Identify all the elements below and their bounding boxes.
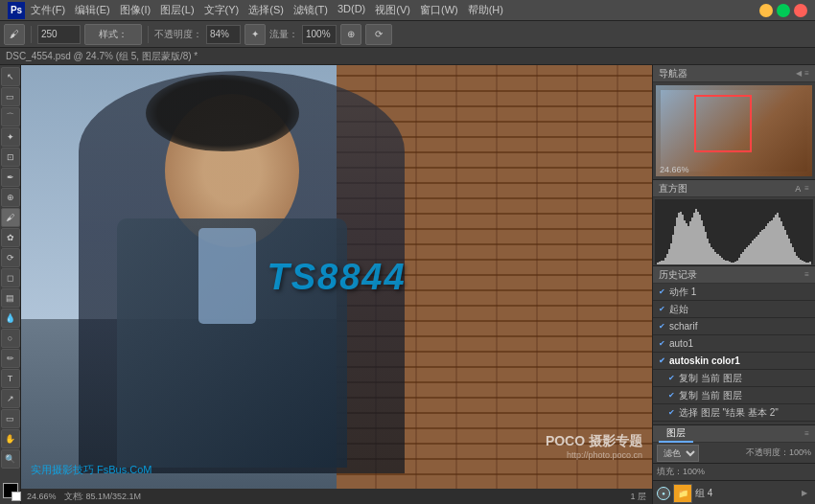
history-item[interactable]: ✔autoskin color1 bbox=[653, 353, 815, 370]
brush-tool[interactable]: 🖌 bbox=[4, 24, 25, 45]
blend-mode-select[interactable]: 滤色正常叠加 bbox=[657, 445, 699, 462]
magic-wand-tool[interactable]: ✦ bbox=[1, 127, 20, 147]
history-list: ✔动作 1✔起始✔scharif✔auto1✔autoskin color1✔复… bbox=[653, 284, 815, 424]
history-item[interactable]: ✔scharif bbox=[653, 318, 815, 335]
app-logo: Ps bbox=[8, 2, 25, 19]
layers-panel: 图层 ≡ 滤色正常叠加 不透明度：100% 填充：100% ● 📁 组 4 ▶ … bbox=[653, 424, 815, 504]
history-item[interactable]: ✔动作 1 bbox=[653, 284, 815, 301]
status-bar: 24.66% 文档: 85.1M/352.1M 1 层 bbox=[21, 489, 652, 504]
flow-label: 流量： bbox=[269, 28, 298, 41]
menu-text[interactable]: 文字(Y) bbox=[204, 3, 240, 17]
layers-menu-icon[interactable]: ≡ bbox=[804, 429, 809, 438]
histogram-chart bbox=[655, 199, 813, 264]
filename-label: DSC_4554.psd @ 24.7% (组 5, 图层蒙版/8) * bbox=[6, 50, 198, 63]
crop-tool[interactable]: ⊡ bbox=[1, 148, 20, 167]
navigator-header: 导航器 ◀ ≡ bbox=[653, 65, 815, 82]
histogram-menu-icon[interactable]: ≡ bbox=[804, 184, 809, 193]
stamp-tool[interactable]: ✿ bbox=[1, 228, 20, 247]
history-item[interactable]: ✔复制 当前 图层 bbox=[653, 370, 815, 387]
menu-help[interactable]: 帮助(H) bbox=[468, 3, 503, 17]
nav-zoom-label: 24.66% bbox=[660, 165, 689, 174]
path-select-tool[interactable]: ↗ bbox=[1, 389, 20, 408]
menu-select[interactable]: 选择(S) bbox=[248, 3, 284, 17]
separator bbox=[31, 26, 32, 43]
history-panel: 历史记录 ≡ ✔动作 1✔起始✔scharif✔auto1✔autoskin c… bbox=[653, 266, 815, 424]
menu-window[interactable]: 窗口(W) bbox=[420, 3, 458, 17]
history-check: ✔ bbox=[659, 287, 665, 296]
tab-layers[interactable]: 图层 bbox=[659, 425, 693, 443]
heal-tool[interactable]: ⊕ bbox=[1, 188, 20, 207]
nav-expand-icon[interactable]: ◀ bbox=[796, 69, 802, 78]
history-menu-icon[interactable]: ≡ bbox=[804, 270, 809, 279]
history-brush-tool[interactable]: ⟳ bbox=[1, 248, 20, 267]
canvas-image: TS8844 实用摄影技巧 FsBus.CoM POCO 摄影专题 http:/… bbox=[21, 65, 652, 489]
histogram-bar bbox=[809, 262, 811, 264]
blur-tool[interactable]: 💧 bbox=[1, 309, 20, 328]
history-check: ✔ bbox=[668, 391, 675, 400]
brush-tool-left[interactable]: 🖌 bbox=[1, 208, 20, 227]
history-item-label: 起始 bbox=[669, 303, 688, 316]
layer-item[interactable]: ● 📁 组 4 ▶ bbox=[653, 481, 815, 504]
layers-list: ● 📁 组 4 ▶ ● 📁 组 5 ▶ ● ⌒ 曲线 6 ● ✦ 智能蒙版 1 … bbox=[653, 481, 815, 504]
rotate-btn[interactable]: ⟳ bbox=[365, 24, 392, 45]
layer-name-label: 组 4 bbox=[695, 487, 799, 500]
shape-tool[interactable]: ▭ bbox=[1, 409, 20, 428]
history-item[interactable]: ✔起始 bbox=[653, 301, 815, 318]
brush-size-input[interactable] bbox=[37, 25, 81, 44]
menu-view[interactable]: 视图(V) bbox=[375, 3, 410, 17]
menu-file[interactable]: 文件(F) bbox=[31, 3, 65, 17]
toolbox: ↖ ▭ ⌒ ✦ ⊡ ✒ ⊕ 🖌 ✿ ⟳ ◻ ▤ 💧 ○ ✏ T ↗ ▭ ✋ 🔍 bbox=[0, 65, 21, 504]
opacity-display: 不透明度：100% bbox=[746, 447, 811, 459]
history-check: ✔ bbox=[659, 339, 665, 348]
gradient-tool[interactable]: ▤ bbox=[1, 288, 20, 308]
history-title: 历史记录 bbox=[659, 268, 697, 282]
history-item-label: scharif bbox=[669, 321, 697, 332]
history-item[interactable]: ✔auto1 bbox=[653, 335, 815, 353]
menu-layer[interactable]: 图层(L) bbox=[160, 3, 194, 17]
dodge-tool[interactable]: ○ bbox=[1, 329, 20, 348]
history-item-label: 复制 当前 图层 bbox=[679, 389, 742, 402]
right-panel: 导航器 ◀ ≡ 24.66% 直方图 A ≡ bbox=[652, 65, 815, 504]
layer-visibility-toggle[interactable]: ● bbox=[657, 487, 670, 500]
nav-menu-icon[interactable]: ≡ bbox=[804, 69, 809, 78]
fill-control: 填充：100% bbox=[653, 464, 815, 481]
menu-bar: 文件(F) 编辑(E) 图像(I) 图层(L) 文字(Y) 选择(S) 滤镜(T… bbox=[31, 3, 503, 17]
menu-edit[interactable]: 编辑(E) bbox=[75, 3, 110, 17]
menu-filter[interactable]: 滤镜(T) bbox=[293, 3, 328, 17]
maximize-button[interactable] bbox=[777, 4, 790, 17]
brush-style-btn[interactable]: 样式： bbox=[84, 24, 142, 45]
history-item[interactable]: ✔复制 当前 图层 bbox=[653, 387, 815, 404]
minimize-button[interactable] bbox=[759, 4, 773, 17]
menu-image[interactable]: 图像(I) bbox=[120, 3, 151, 17]
lasso-tool[interactable]: ⌒ bbox=[1, 107, 20, 126]
nav-thumbnail bbox=[656, 85, 812, 176]
layer-fold-icon[interactable]: ▶ bbox=[802, 489, 811, 497]
foreground-color[interactable] bbox=[3, 483, 18, 498]
history-item[interactable]: ✔选择 图层 "结果 基本 2" bbox=[653, 404, 815, 422]
histogram-title: 直方图 bbox=[659, 182, 687, 195]
select-tool[interactable]: ▭ bbox=[1, 87, 20, 106]
history-check: ✔ bbox=[668, 408, 675, 417]
navigator-preview: 24.66% bbox=[656, 85, 812, 176]
text-tool[interactable]: T bbox=[1, 369, 20, 388]
history-item-label: 动作 1 bbox=[669, 286, 696, 299]
pressure-btn[interactable]: ⊕ bbox=[340, 24, 361, 45]
history-check: ✔ bbox=[668, 374, 675, 382]
hand-tool[interactable]: ✋ bbox=[1, 429, 20, 448]
histogram-header: 直方图 A ≡ bbox=[653, 180, 815, 197]
close-button[interactable] bbox=[794, 4, 807, 17]
opacity-input[interactable] bbox=[206, 25, 241, 44]
eyedropper-tool[interactable]: ✒ bbox=[1, 168, 20, 187]
canvas-area[interactable]: TS8844 实用摄影技巧 FsBus.CoM POCO 摄影专题 http:/… bbox=[21, 65, 652, 504]
separator2 bbox=[148, 26, 149, 43]
navigator-panel: 导航器 ◀ ≡ 24.66% bbox=[653, 65, 815, 180]
airbrush-btn[interactable]: ✦ bbox=[244, 24, 266, 45]
navigator-title: 导航器 bbox=[659, 67, 687, 80]
menu-3d[interactable]: 3D(D) bbox=[338, 3, 365, 17]
flow-input[interactable] bbox=[302, 25, 337, 44]
eraser-tool[interactable]: ◻ bbox=[1, 268, 20, 287]
pen-tool[interactable]: ✏ bbox=[1, 349, 20, 368]
toolbar: 🖌 样式： 不透明度： ✦ 流量： ⊕ ⟳ bbox=[0, 21, 815, 48]
move-tool[interactable]: ↖ bbox=[1, 67, 20, 86]
zoom-tool[interactable]: 🔍 bbox=[1, 449, 20, 469]
